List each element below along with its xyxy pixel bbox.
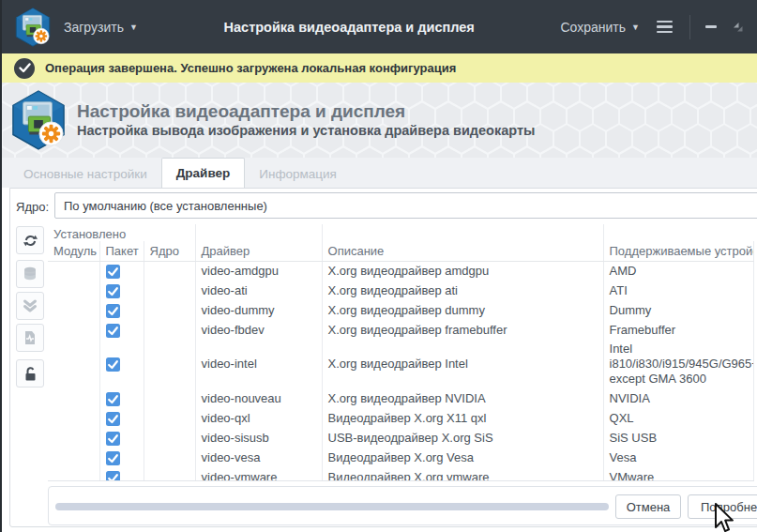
driver-cell: video-fbdev bbox=[195, 320, 322, 340]
notification-bar: Операция завершена. Успешно загружена ло… bbox=[2, 53, 757, 83]
description-cell: Видеодрайвер X.org vmware bbox=[322, 467, 603, 481]
kernel-cell bbox=[144, 388, 195, 408]
load-menu-label: Загрузить bbox=[64, 20, 124, 35]
tab-bar: Основные настройки Драйвер Информация bbox=[2, 158, 757, 188]
package-checkbox[interactable] bbox=[106, 451, 120, 465]
table-row[interactable]: video-vmware Видеодрайвер X.org vmware V… bbox=[48, 467, 753, 481]
driver-cell: video-ati bbox=[195, 281, 322, 300]
table-row[interactable]: video-intel X.org видеодрайвер Intel Int… bbox=[48, 340, 753, 388]
package-cell[interactable] bbox=[99, 467, 144, 481]
devices-cell: AMD bbox=[603, 261, 753, 281]
footer-bar: Отмена Подробнее bbox=[48, 486, 757, 525]
notification-text: Операция завершена. Успешно загружена ло… bbox=[45, 61, 456, 75]
kernel-cell bbox=[144, 448, 195, 467]
driver-cell: video-qxl bbox=[195, 408, 322, 428]
package-cell[interactable] bbox=[99, 428, 144, 448]
devices-cell: QXL bbox=[603, 408, 753, 428]
package-cell[interactable] bbox=[99, 320, 144, 340]
package-checkbox[interactable] bbox=[106, 304, 120, 318]
kernel-cell bbox=[144, 467, 195, 481]
package-checkbox[interactable] bbox=[106, 357, 120, 372]
database-button[interactable] bbox=[16, 260, 44, 288]
menu-icon[interactable] bbox=[655, 17, 674, 38]
kernel-cell bbox=[144, 261, 195, 281]
kernel-cell bbox=[144, 428, 195, 448]
column-package[interactable]: Пакет bbox=[99, 241, 144, 261]
titlebar-separator bbox=[689, 15, 690, 39]
table-row[interactable]: video-dummy X.org видеодрайвер dummy Dum… bbox=[48, 300, 753, 320]
table-row[interactable]: video-nouveau X.org видеодрайвер NVIDIA … bbox=[48, 388, 753, 408]
log-button[interactable] bbox=[16, 324, 44, 352]
devices-cell: NVIDIA bbox=[603, 388, 753, 408]
log-file-icon bbox=[23, 330, 38, 345]
package-cell[interactable] bbox=[99, 408, 144, 428]
app-logo-icon bbox=[11, 90, 66, 150]
cancel-button[interactable]: Отмена bbox=[615, 494, 681, 519]
tab-general[interactable]: Основные настройки bbox=[9, 160, 161, 188]
unlock-button[interactable] bbox=[16, 359, 44, 388]
module-cell bbox=[48, 428, 99, 448]
package-cell[interactable] bbox=[99, 281, 144, 300]
package-checkbox[interactable] bbox=[106, 324, 120, 338]
package-cell[interactable] bbox=[99, 448, 144, 467]
module-cell bbox=[48, 340, 99, 388]
description-cell: Видеодрайвер X.org Vesa bbox=[322, 448, 603, 467]
module-cell bbox=[48, 448, 99, 467]
driver-cell: video-vmware bbox=[195, 467, 322, 481]
drivers-table: Установлено Модуль Пакет Ядро Драйвер Оп… bbox=[48, 224, 754, 481]
description-cell: Видеодрайвер X.org X11 qxl bbox=[322, 408, 603, 428]
table-row[interactable]: video-fbdev X.org видеодрайвер framebuff… bbox=[48, 320, 753, 340]
mouse-cursor bbox=[713, 503, 735, 532]
column-module[interactable]: Модуль bbox=[48, 241, 99, 261]
app-logo-icon bbox=[15, 8, 51, 47]
package-checkbox[interactable] bbox=[106, 432, 120, 446]
save-menu-label: Сохранить bbox=[561, 20, 627, 35]
resize-icon[interactable] bbox=[732, 21, 744, 33]
module-cell bbox=[48, 281, 99, 300]
driver-cell: video-intel bbox=[195, 340, 322, 388]
description-cell: X.org видеодрайвер Intel bbox=[322, 340, 603, 388]
column-devices[interactable]: Поддерживаемые устройства bbox=[603, 241, 753, 261]
minimize-icon[interactable] bbox=[705, 25, 717, 28]
package-cell[interactable] bbox=[99, 300, 144, 320]
tab-driver[interactable]: Драйвер bbox=[161, 158, 246, 188]
table-row[interactable]: video-qxl Видеодрайвер X.org X11 qxl QXL bbox=[48, 408, 753, 428]
table-row[interactable]: video-vesa Видеодрайвер X.org Vesa Vesa bbox=[48, 448, 753, 467]
app-window: Загрузить ▼ Настройка видеоадаптера и ди… bbox=[0, 0, 757, 532]
package-cell[interactable] bbox=[99, 388, 144, 408]
column-driver[interactable]: Драйвер bbox=[195, 241, 322, 261]
chevron-down-icon: ▼ bbox=[631, 23, 640, 32]
package-cell[interactable] bbox=[99, 261, 144, 281]
package-checkbox[interactable] bbox=[106, 412, 120, 426]
install-arrows-icon bbox=[23, 298, 38, 313]
devices-cell: ATI bbox=[603, 281, 753, 300]
column-description[interactable]: Описание bbox=[322, 241, 603, 261]
app-header: Настройка видеоадаптера и дисплея Настро… bbox=[2, 83, 757, 158]
package-checkbox[interactable] bbox=[106, 392, 120, 406]
column-kernel[interactable]: Ядро bbox=[144, 241, 195, 261]
kernel-combobox[interactable]: По умолчанию (все установленные) bbox=[54, 192, 757, 219]
table-row[interactable]: video-ati X.org видеодрайвер ati ATI bbox=[48, 281, 753, 300]
package-cell[interactable] bbox=[99, 340, 144, 388]
module-cell bbox=[48, 408, 99, 428]
description-cell: X.org видеодрайвер NVIDIA bbox=[322, 388, 603, 408]
table-row[interactable]: video-sisusb USB-видеодрайвер X.org SiS … bbox=[48, 428, 753, 448]
package-checkbox[interactable] bbox=[106, 284, 120, 298]
table-row[interactable]: video-amdgpu X.org видеодрайвер amdgpu A… bbox=[48, 261, 753, 281]
window-title: Настройка видеоадаптера и дисплея bbox=[138, 20, 561, 35]
install-button[interactable] bbox=[16, 292, 44, 320]
tab-information[interactable]: Информация bbox=[245, 160, 351, 188]
package-checkbox[interactable] bbox=[106, 471, 120, 481]
database-icon bbox=[23, 266, 38, 281]
save-menu-button[interactable]: Сохранить ▼ bbox=[561, 20, 641, 35]
module-cell bbox=[48, 261, 99, 281]
load-menu-button[interactable]: Загрузить ▼ bbox=[64, 20, 138, 35]
column-group-installed[interactable]: Установлено bbox=[48, 224, 144, 241]
refresh-button[interactable] bbox=[16, 226, 44, 254]
description-cell: X.org видеодрайвер amdgpu bbox=[322, 261, 603, 281]
page-subtitle: Настройка вывода изображения и установка… bbox=[77, 122, 535, 140]
package-checkbox[interactable] bbox=[106, 265, 120, 279]
driver-cell: video-dummy bbox=[195, 300, 322, 320]
kernel-label: Ядро: bbox=[16, 200, 49, 214]
side-toolbar bbox=[16, 226, 44, 388]
